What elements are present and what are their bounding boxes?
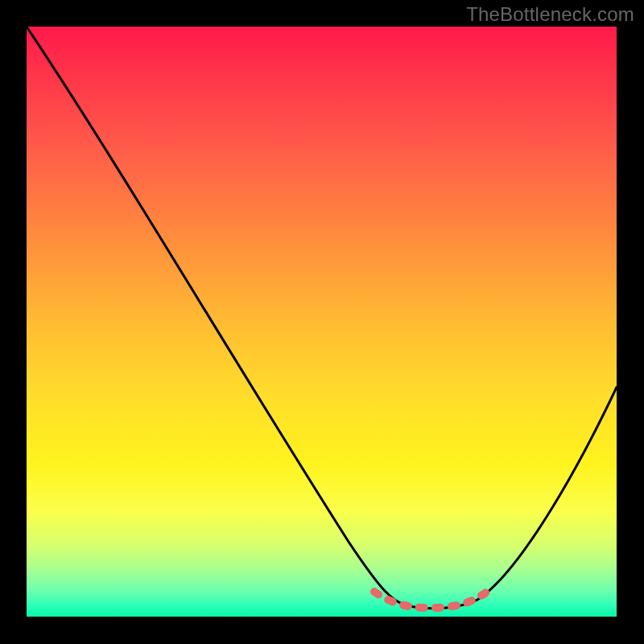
watermark-text: TheBottleneck.com <box>466 3 634 26</box>
chart-frame: TheBottleneck.com <box>0 0 644 644</box>
chart-svg <box>27 27 617 617</box>
bottleneck-curve-path <box>27 27 617 609</box>
plot-area <box>27 27 617 617</box>
optimal-range-marker-path <box>374 592 487 608</box>
